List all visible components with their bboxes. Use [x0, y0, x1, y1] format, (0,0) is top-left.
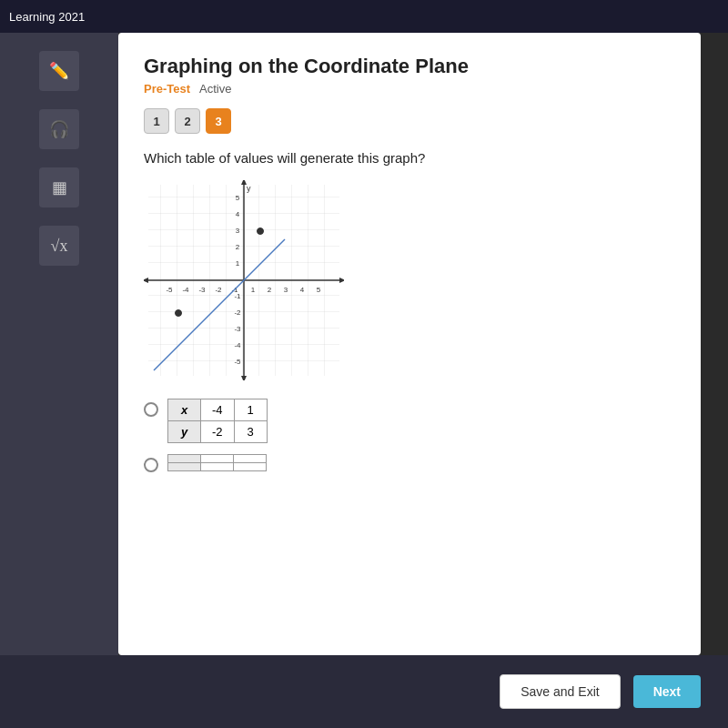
question-bubble-1[interactable]: 1 — [144, 108, 169, 134]
x-val-2: 1 — [234, 399, 267, 421]
sidebar: ✏️ 🎧 ▦ √x — [0, 33, 118, 655]
table-option-1: x -4 1 y -2 3 — [167, 399, 268, 443]
svg-text:-1: -1 — [234, 292, 241, 300]
svg-marker-4 — [144, 278, 148, 283]
y-val-2: 3 — [234, 421, 267, 443]
question-bubble-2[interactable]: 2 — [175, 108, 200, 134]
x-val-4 — [234, 455, 267, 463]
x-label: x — [168, 399, 201, 421]
svg-text:2: 2 — [268, 286, 272, 294]
top-bar: Learning 2021 — [0, 0, 728, 33]
y-label-2 — [168, 463, 201, 471]
graph-container: 1 2 3 4 5 -1 -2 -3 -4 -5 x 1 2 3 4 5 -1 … — [144, 180, 675, 380]
radio-option-1[interactable] — [144, 402, 158, 417]
active-label: Active — [199, 82, 231, 96]
app-title: Learning 2021 — [9, 10, 85, 24]
pre-test-label: Pre-Test — [144, 82, 190, 96]
radio-option-2[interactable] — [144, 458, 158, 472]
svg-text:-3: -3 — [234, 325, 241, 333]
svg-text:1: 1 — [236, 259, 240, 268]
y-val-4 — [234, 463, 267, 471]
next-button[interactable]: Next — [633, 675, 701, 708]
svg-text:2: 2 — [236, 243, 240, 251]
audio-tool[interactable]: 🎧 — [39, 109, 79, 149]
svg-text:-4: -4 — [182, 286, 189, 294]
answer-option-1: x -4 1 y -2 3 — [144, 399, 675, 443]
svg-text:-3: -3 — [198, 286, 206, 294]
x-val-1: -4 — [201, 399, 235, 421]
svg-text:-5: -5 — [234, 358, 241, 366]
svg-text:4: 4 — [236, 210, 240, 218]
svg-point-31 — [258, 228, 264, 235]
answer-option-2 — [144, 454, 675, 472]
question-numbers: 1 2 3 — [144, 108, 675, 134]
x-val-3 — [201, 455, 234, 463]
svg-text:-5: -5 — [166, 286, 173, 294]
bottom-bar: Save and Exit Next — [0, 655, 728, 728]
svg-text:3: 3 — [236, 227, 240, 235]
x-label-2 — [168, 455, 201, 463]
pencil-tool[interactable]: ✏️ — [39, 51, 79, 91]
svg-text:y: y — [247, 184, 251, 193]
calculator-tool[interactable]: ▦ — [39, 167, 79, 207]
svg-text:3: 3 — [284, 286, 288, 294]
table-option-2 — [167, 454, 267, 471]
svg-text:5: 5 — [317, 286, 321, 294]
math-tool[interactable]: √x — [39, 226, 79, 266]
svg-text:5: 5 — [236, 194, 240, 202]
svg-text:1: 1 — [251, 286, 256, 294]
svg-marker-6 — [241, 376, 247, 380]
svg-point-30 — [176, 310, 182, 317]
pre-test-row: Pre-Test Active — [144, 82, 675, 96]
coordinate-plane: 1 2 3 4 5 -1 -2 -3 -4 -5 x 1 2 3 4 5 -1 … — [144, 180, 344, 380]
y-label: y — [168, 421, 201, 443]
save-exit-button[interactable]: Save and Exit — [500, 674, 620, 709]
y-val-1: -2 — [201, 421, 235, 443]
answer-options: x -4 1 y -2 3 — [144, 399, 675, 472]
question-text: Which table of values will generate this… — [144, 150, 675, 166]
y-val-3 — [201, 463, 234, 471]
svg-text:-4: -4 — [234, 341, 241, 349]
svg-text:-2: -2 — [234, 308, 241, 317]
svg-text:-2: -2 — [215, 286, 222, 294]
question-bubble-3[interactable]: 3 — [206, 108, 231, 134]
main-content: Graphing on the Coordinate Plane Pre-Tes… — [118, 33, 701, 655]
svg-text:4: 4 — [300, 286, 305, 294]
page-title: Graphing on the Coordinate Plane — [144, 55, 675, 78]
